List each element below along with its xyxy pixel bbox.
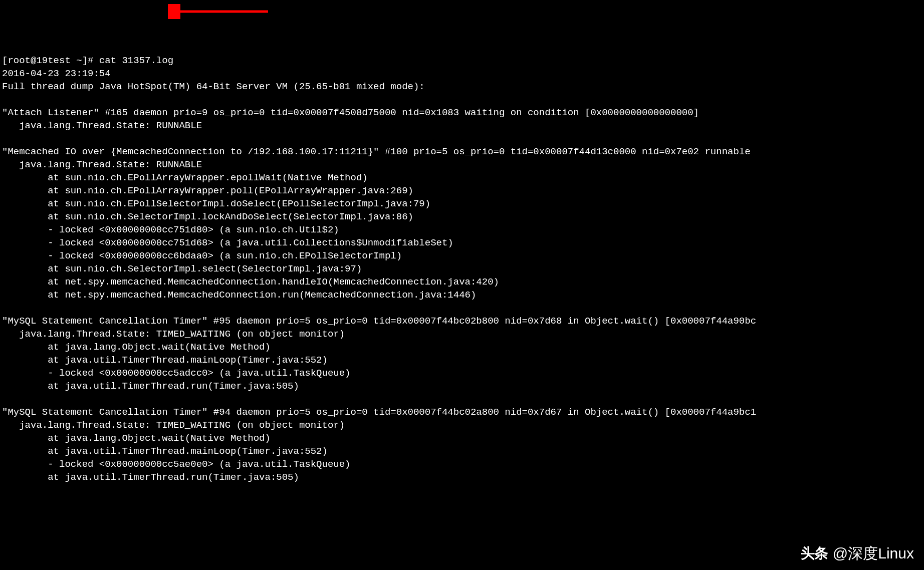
output-line: - locked <0x00000000cc751d68> (a java.ut… [2,237,453,248]
output-line: "Memcached IO over {MemcachedConnection … [2,146,751,157]
output-line: java.lang.Thread.State: TIMED_WAITING (o… [2,420,345,431]
output-line: "MySQL Statement Cancellation Timer" #94… [2,407,756,418]
output-line: at java.util.TimerThread.run(Timer.java:… [2,381,299,392]
output-line: at net.spy.memcached.MemcachedConnection… [2,290,476,301]
output-line: at java.util.TimerThread.mainLoop(Timer.… [2,446,328,457]
output-line: java.lang.Thread.State: RUNNABLE [2,159,202,170]
output-line: - locked <0x00000000cc5adcc0> (a java.ut… [2,368,351,379]
output-line: 2016-04-23 23:19:54 [2,68,111,79]
output-line: "MySQL Statement Cancellation Timer" #95… [2,316,756,327]
output-line: at sun.nio.ch.SelectorImpl.select(Select… [2,263,362,274]
output-line: at sun.nio.ch.EPollArrayWrapper.epollWai… [2,172,368,183]
output-line: Full thread dump Java HotSpot(TM) 64-Bit… [2,81,425,92]
output-line: at sun.nio.ch.SelectorImpl.lockAndDoSele… [2,211,413,222]
output-line: - locked <0x00000000cc5ae0e0> (a java.ut… [2,459,351,470]
output-line: at java.lang.Object.wait(Native Method) [2,433,271,444]
output-line: at sun.nio.ch.EPollSelectorImpl.doSelect… [2,198,430,209]
watermark-logo: 头条 [801,547,828,560]
output-line: at sun.nio.ch.EPollArrayWrapper.poll(EPo… [2,185,413,196]
output-line: "Attach Listener" #165 daemon prio=9 os_… [2,107,699,118]
output-line: at java.util.TimerThread.mainLoop(Timer.… [2,355,328,366]
command-prompt: [root@19test ~]# cat 31357.log [2,55,173,66]
output-line: java.lang.Thread.State: RUNNABLE [2,120,202,131]
output-line: java.lang.Thread.State: TIMED_WAITING (o… [2,329,345,340]
output-line: at java.util.TimerThread.run(Timer.java:… [2,472,299,483]
output-line: at net.spy.memcached.MemcachedConnection… [2,276,499,288]
output-line: at java.lang.Object.wait(Native Method) [2,342,271,353]
terminal-output[interactable]: [root@19test ~]# cat 31357.log 2016-04-2… [2,54,922,484]
watermark: 头条 @深度Linux [801,547,914,560]
annotation-arrow-icon [168,4,273,19]
watermark-text: @深度Linux [833,547,914,560]
output-line: - locked <0x00000000cc751d80> (a sun.nio… [2,224,339,235]
output-line: - locked <0x00000000cc6bdaa0> (a sun.nio… [2,250,402,261]
